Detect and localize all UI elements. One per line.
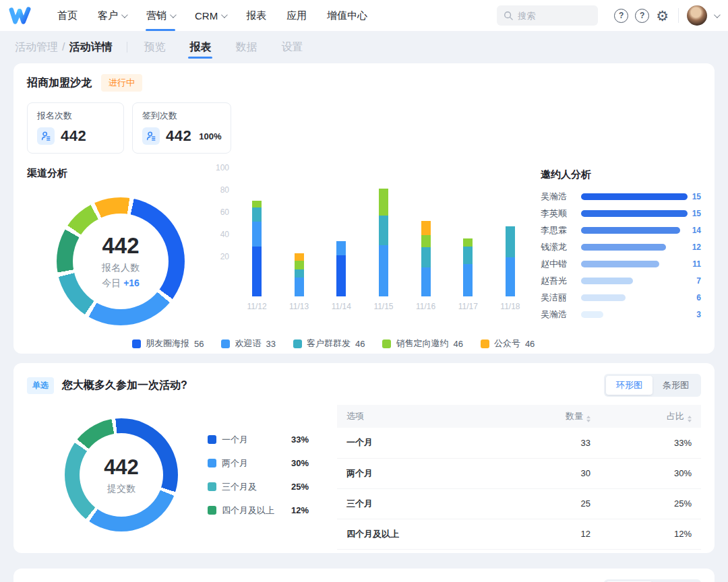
bar xyxy=(581,244,666,251)
legend-item: 欢迎语33 xyxy=(221,337,275,350)
col-option: 选项 xyxy=(337,405,499,428)
bar-segment xyxy=(421,267,431,296)
bar-segment xyxy=(463,264,473,296)
nav-label: 应用 xyxy=(286,9,307,22)
bar-column: 11/14 xyxy=(323,182,359,325)
bar-column: 11/12 xyxy=(239,182,275,325)
sort-icon[interactable] xyxy=(586,416,590,422)
tab-report[interactable]: 报表 xyxy=(188,32,212,63)
sort-icon[interactable] xyxy=(688,416,692,422)
y-axis: 20406080100 xyxy=(210,183,233,296)
table-row[interactable]: 三个月2525% xyxy=(337,488,701,519)
bar-segment xyxy=(295,269,304,278)
nav-item-customers[interactable]: 客户 xyxy=(88,0,136,31)
toggle-donut-view[interactable]: 环形图 xyxy=(606,376,653,395)
bar-stack xyxy=(252,182,262,296)
legend-percent: 12% xyxy=(291,505,309,515)
chevron-down-icon[interactable] xyxy=(714,11,721,18)
nav-item-reports[interactable]: 报表 xyxy=(236,0,276,31)
legend-value: 46 xyxy=(355,339,365,349)
cell-option: 四个月及以上 xyxy=(337,519,499,549)
legend-item: 销售定向邀约46 xyxy=(382,337,462,350)
bar xyxy=(581,261,659,267)
bar-segment xyxy=(379,189,388,216)
legend-swatch xyxy=(208,435,216,444)
breadcrumb-parent[interactable]: 活动管理 xyxy=(15,40,58,55)
bar-stack xyxy=(336,182,346,296)
cell-count: 12 xyxy=(499,519,600,549)
toggle-bar-view[interactable]: 条形图 xyxy=(653,376,699,395)
bar-track xyxy=(581,193,688,200)
breadcrumb-bar: 活动管理 / 活动详情 预览 报表 数据 设置 xyxy=(0,31,728,63)
inviter-bar-row[interactable]: 吴洁丽6 xyxy=(541,289,701,306)
app-logo-icon[interactable] xyxy=(5,4,35,27)
inviter-bar-row[interactable]: 李英顺15 xyxy=(541,205,701,222)
bar-segment xyxy=(506,257,515,296)
channel-donut-chart[interactable]: 442 报名人数 今日+16 xyxy=(57,197,185,325)
donut-center-value: 442 xyxy=(104,455,139,480)
survey-results-table: 选项 数量 占比 一个月3333%两个月3030%三个月2525%四个月及以上1… xyxy=(337,401,701,550)
bar-segment xyxy=(252,247,262,296)
cell-percent: 25% xyxy=(600,488,701,519)
avatar[interactable] xyxy=(687,5,707,26)
bar-value: 14 xyxy=(692,226,701,235)
support-icon[interactable]: ? xyxy=(635,9,649,23)
nav-item-apps[interactable]: 应用 xyxy=(276,0,317,31)
bar-stack xyxy=(506,182,515,296)
col-percent[interactable]: 占比 xyxy=(600,405,701,428)
legend-swatch xyxy=(208,482,216,491)
inviter-bar-row[interactable]: 钱潆龙12 xyxy=(541,238,701,255)
legend-label: 朋友圈海报 xyxy=(146,337,189,350)
nav-item-crm[interactable]: CRM xyxy=(185,0,236,31)
nav-item-marketing[interactable]: 营销 xyxy=(136,0,185,31)
inviter-name: 赵中锴 xyxy=(541,258,581,270)
bar-column: 11/17 xyxy=(450,182,486,325)
survey-question-card-2: 单选 您大概多久参加一次活动? 环形图 条形图 xyxy=(13,569,715,582)
inviter-bar-row[interactable]: 吴瀚浩3 xyxy=(541,306,701,323)
inviter-bar-row[interactable]: 赵吾光7 xyxy=(541,272,701,289)
channel-stacked-bar-chart[interactable]: 20406080100 11/1211/1311/1411/1511/1611/… xyxy=(210,167,541,325)
bar-track xyxy=(581,294,692,301)
y-tick-label: 80 xyxy=(220,185,229,195)
bar-segment xyxy=(336,255,346,296)
bar-track xyxy=(581,244,688,251)
help-icon[interactable]: ? xyxy=(614,9,628,23)
legend-label: 三个月及 xyxy=(222,481,257,493)
inviter-name: 李思霖 xyxy=(541,224,581,236)
bar xyxy=(581,311,603,318)
survey-donut-chart[interactable]: 442 提交数 xyxy=(65,418,178,531)
x-axis-label: 11/16 xyxy=(416,302,435,311)
tab-preview[interactable]: 预览 xyxy=(142,32,166,63)
legend-value: 56 xyxy=(194,339,204,349)
legend-item: 三个月及25% xyxy=(208,481,309,493)
legend-item: 四个月及以上12% xyxy=(208,505,309,517)
cell-option: 两个月 xyxy=(337,458,499,488)
legend-label: 欢迎语 xyxy=(235,337,261,350)
search-input[interactable] xyxy=(518,11,585,21)
bar-stack xyxy=(295,182,304,296)
bar-stack xyxy=(379,182,388,296)
bar-column: 11/15 xyxy=(365,182,402,325)
inviter-bar-row[interactable]: 李思霖14 xyxy=(541,222,701,238)
inviter-bar-list: 吴瀚浩15李英顺15李思霖14钱潆龙12赵中锴11赵吾光7吴洁丽6吴瀚浩3 xyxy=(541,188,701,323)
survey-legend: 一个月33%两个月30%三个月及25%四个月及以上12% xyxy=(208,434,309,517)
table-row[interactable]: 两个月3030% xyxy=(337,458,701,488)
col-count[interactable]: 数量 xyxy=(499,405,600,428)
inviter-bar-row[interactable]: 吴瀚浩15 xyxy=(541,188,701,205)
inviter-name: 吴洁丽 xyxy=(541,292,581,304)
nav-item-home[interactable]: 首页 xyxy=(47,0,88,31)
search-box[interactable] xyxy=(497,5,598,26)
bar-segment xyxy=(295,261,304,269)
x-axis-label: 11/12 xyxy=(247,302,266,311)
tab-settings[interactable]: 设置 xyxy=(280,32,304,63)
x-axis-label: 11/14 xyxy=(332,302,351,311)
nav-item-value-center[interactable]: 增值中心 xyxy=(317,0,377,31)
cell-option: 一个月 xyxy=(337,428,499,458)
tab-data[interactable]: 数据 xyxy=(234,32,258,63)
nav-label: 首页 xyxy=(57,9,78,22)
inviter-bar-row[interactable]: 赵中锴11 xyxy=(541,255,701,272)
gear-icon[interactable]: ⚙ xyxy=(656,9,669,23)
table-row[interactable]: 一个月3333% xyxy=(337,428,701,458)
legend-item: 朋友圈海报56 xyxy=(132,337,204,350)
table-row[interactable]: 四个月及以上1212% xyxy=(337,519,701,549)
